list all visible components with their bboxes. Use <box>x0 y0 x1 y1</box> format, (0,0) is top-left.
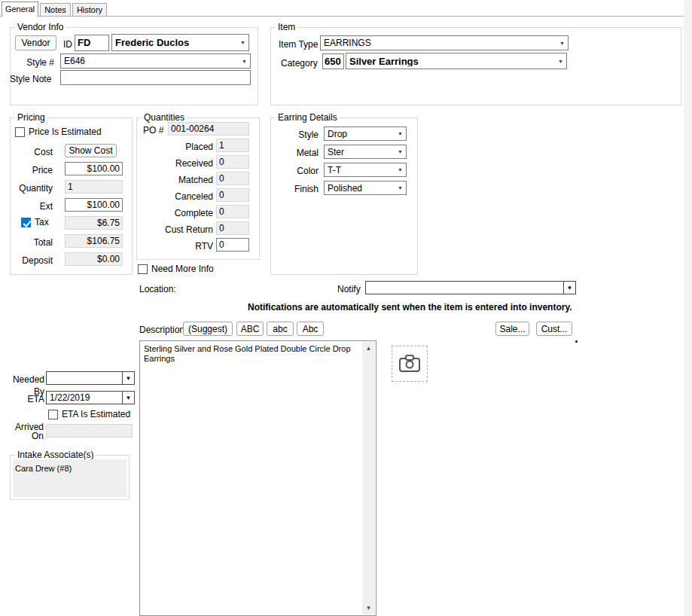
canceled-field: 0 <box>216 188 249 202</box>
earring-finish-combo[interactable]: Polished ▼ <box>324 181 407 195</box>
earring-finish-label: Finish <box>275 183 319 195</box>
scroll-down-icon[interactable]: ▼ <box>362 602 375 614</box>
deposit-label: Deposit <box>11 255 53 267</box>
chevron-down-icon: ▼ <box>558 41 566 46</box>
item-intake-window: General Notes History Vendor Info Vendor… <box>0 0 692 616</box>
canceled-label: Canceled <box>147 191 213 203</box>
arrived-on-label: Arrived On <box>11 422 44 441</box>
description-label: Description: <box>139 324 187 336</box>
complete-field: 0 <box>216 205 249 218</box>
chevron-down-icon: ▼ <box>122 392 134 404</box>
sale-button[interactable]: Sale... <box>495 322 529 336</box>
tab-history[interactable]: History <box>72 3 107 16</box>
eta-label: ETA <box>7 393 44 405</box>
checkbox-box <box>21 218 31 227</box>
show-cost-button[interactable]: Show Cost <box>65 144 117 157</box>
chevron-down-icon: ▼ <box>556 59 565 64</box>
eta-is-estimated-label: ETA Is Estimated <box>62 409 130 419</box>
category-combo[interactable]: Silver Earrings ▼ <box>346 53 567 69</box>
tax-field: $6.75 <box>65 216 123 230</box>
price-field[interactable]: $100.00 <box>65 162 123 175</box>
chevron-down-icon: ▼ <box>396 185 404 191</box>
needed-by-value <box>47 372 122 384</box>
category-value: Silver Earrings <box>349 56 556 66</box>
category-code-field[interactable]: 650 <box>322 53 344 69</box>
needed-by-combo[interactable]: ▼ <box>46 371 135 385</box>
notify-combo[interactable]: ▼ <box>365 281 576 294</box>
price-label: Price <box>11 164 53 176</box>
eta-is-estimated-checkbox[interactable]: ETA Is Estimated <box>48 409 130 419</box>
notify-notice-text: Notifications are automatically sent whe… <box>248 301 572 313</box>
matched-field: 0 <box>216 172 249 185</box>
vendor-button[interactable]: Vendor <box>15 35 56 50</box>
earring-color-combo[interactable]: T-T ▼ <box>324 163 407 177</box>
earring-details-title: Earring Details <box>276 112 340 123</box>
chevron-down-icon: ▼ <box>396 149 404 154</box>
intake-associate-value: Cara Drew (#8) <box>15 462 72 474</box>
complete-label: Complete <box>147 207 213 219</box>
earring-metal-value: Ster <box>328 148 396 157</box>
checkbox-box <box>138 264 148 274</box>
checkbox-box <box>15 127 25 137</box>
location-label: Location: <box>139 283 176 295</box>
tax-checkbox[interactable]: Tax <box>21 217 49 227</box>
style-number-combo[interactable]: E646 ▼ <box>60 53 251 69</box>
earring-finish-value: Polished <box>328 184 396 193</box>
earring-metal-combo[interactable]: Ster ▼ <box>324 145 407 159</box>
description-text: Sterling Silver and Rose Gold Plated Dou… <box>144 344 362 364</box>
earring-style-combo[interactable]: Drop ▼ <box>324 127 407 141</box>
item-type-value: EARRINGS <box>324 38 558 47</box>
style-note-label: Style Note <box>10 73 51 85</box>
chevron-down-icon: ▼ <box>240 59 248 64</box>
earring-color-value: T-T <box>328 166 396 175</box>
scroll-up-icon[interactable]: ▲ <box>362 342 375 355</box>
suggest-button[interactable]: (Suggest) <box>183 322 233 336</box>
chevron-down-icon: ▼ <box>396 167 404 172</box>
price-is-estimated-checkbox[interactable]: Price Is Estimated <box>15 127 102 137</box>
cust-return-label: Cust Return <box>147 224 213 236</box>
description-textarea[interactable]: Sterling Silver and Rose Gold Plated Dou… <box>139 340 376 616</box>
chevron-down-icon: ▼ <box>239 40 247 45</box>
earring-style-label: Style <box>275 129 319 141</box>
item-title: Item <box>276 22 297 32</box>
stray-dot <box>575 340 578 343</box>
tabbar-divider <box>0 16 692 17</box>
cust-button[interactable]: Cust... <box>536 322 572 336</box>
rtv-field[interactable]: 0 <box>216 238 249 252</box>
description-scrollbar[interactable]: ▲ ▼ <box>362 342 375 614</box>
style-note-field[interactable] <box>60 70 251 85</box>
price-is-estimated-label: Price Is Estimated <box>29 127 102 137</box>
tax-label: Tax <box>35 217 49 227</box>
need-more-info-checkbox[interactable]: Need More Info <box>138 264 214 274</box>
arrived-on-field <box>46 424 133 438</box>
lowercase-button[interactable]: abc <box>267 322 294 336</box>
quantity-field: 1 <box>65 180 123 194</box>
quantity-label: Quantity <box>11 182 53 194</box>
matched-label: Matched <box>147 174 213 186</box>
style-number-value: E646 <box>64 56 240 66</box>
po-number-field: 001-00264 <box>168 122 249 136</box>
item-type-combo[interactable]: EARRINGS ▼ <box>320 35 569 50</box>
vendor-id-label: ID <box>63 38 72 50</box>
style-number-label: Style # <box>11 56 54 69</box>
ext-field[interactable]: $100.00 <box>65 198 123 212</box>
quantities-title: Quantities <box>142 112 187 123</box>
titlecase-button[interactable]: Abc <box>297 322 324 336</box>
total-label: Total <box>11 236 53 249</box>
earring-metal-label: Metal <box>275 147 319 159</box>
uppercase-button[interactable]: ABC <box>236 322 264 336</box>
checkbox-box <box>48 410 58 419</box>
received-label: Received <box>147 157 213 169</box>
po-number-label: PO # <box>143 124 163 136</box>
received-field: 0 <box>216 155 249 169</box>
add-photo-button[interactable] <box>392 346 428 382</box>
need-more-info-label: Need More Info <box>151 264 214 274</box>
deposit-field: $0.00 <box>65 252 123 266</box>
tab-notes[interactable]: Notes <box>40 3 71 16</box>
vendor-id-field[interactable]: FD <box>75 35 109 51</box>
earring-color-label: Color <box>275 165 319 177</box>
placed-label: Placed <box>147 141 213 153</box>
tab-general[interactable]: General <box>2 2 38 17</box>
eta-combo[interactable]: 1/22/2019 ▼ <box>46 391 135 404</box>
vendor-name-combo[interactable]: Frederic Duclos ▼ <box>111 34 249 51</box>
